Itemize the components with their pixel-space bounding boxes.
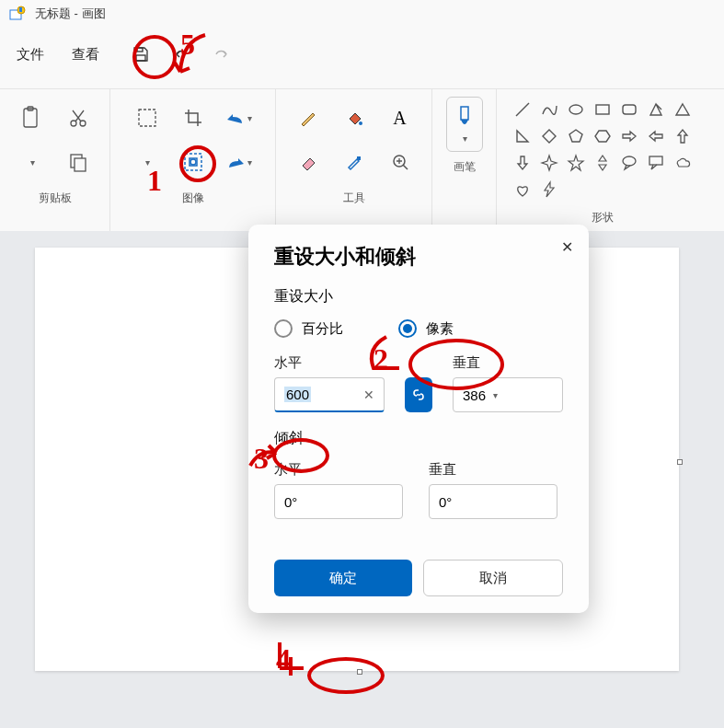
shape-arrow-left[interactable] xyxy=(643,123,669,149)
shape-diamond[interactable] xyxy=(536,123,562,149)
menu-file[interactable]: 文件 xyxy=(4,40,57,69)
svg-rect-3 xyxy=(137,48,143,52)
skew-h-value: 0° xyxy=(284,494,297,510)
copy-button[interactable] xyxy=(56,141,100,183)
select-dropdown[interactable]: ▾ xyxy=(125,141,169,183)
shape-callout-rect[interactable] xyxy=(643,150,669,176)
shape-roundrect[interactable] xyxy=(616,97,642,122)
svg-rect-2 xyxy=(19,7,22,12)
shape-line[interactable] xyxy=(510,97,535,122)
menu-view[interactable]: 查看 xyxy=(59,40,112,69)
pixels-label: 像素 xyxy=(426,320,454,338)
brushes-group-label: 画笔 xyxy=(454,159,476,175)
radio-percent[interactable]: 百分比 xyxy=(274,319,343,338)
picker-tool[interactable] xyxy=(332,141,376,183)
shapes-group-label: 形状 xyxy=(592,210,614,225)
vertical-input[interactable]: 386 ▾ xyxy=(453,377,563,412)
rotate-button[interactable]: ▾ xyxy=(217,97,261,139)
shape-pentagon[interactable] xyxy=(563,123,589,149)
radio-pixels[interactable]: 像素 xyxy=(398,319,454,338)
svg-rect-10 xyxy=(75,158,86,171)
shape-cloud[interactable] xyxy=(670,150,695,176)
tools-group-label: 工具 xyxy=(343,191,365,206)
redo-button[interactable] xyxy=(202,35,241,74)
shape-arrow-up[interactable] xyxy=(670,123,695,149)
skew-vertical-input[interactable]: 0° xyxy=(429,484,557,519)
radio-icon xyxy=(274,319,293,338)
app-icon xyxy=(9,6,26,22)
clear-icon[interactable]: ✕ xyxy=(363,387,374,402)
brush-button[interactable]: ▾ xyxy=(446,97,483,152)
crop-button[interactable] xyxy=(171,97,215,139)
chevron-down-icon[interactable]: ▾ xyxy=(493,390,498,400)
vertical-value: 386 xyxy=(463,387,486,403)
save-button[interactable] xyxy=(121,35,160,74)
shape-right-triangle[interactable] xyxy=(510,123,535,149)
ok-button[interactable]: 确定 xyxy=(274,560,412,596)
svg-rect-19 xyxy=(596,105,609,114)
radio-icon-checked xyxy=(398,319,417,338)
skew-vertical-label: 垂直 xyxy=(429,461,563,479)
resize-skew-dialog: ✕ 重设大小和倾斜 重设大小 百分比 像素 水平 600 ✕ xyxy=(248,225,589,613)
svg-rect-5 xyxy=(24,109,37,127)
vertical-label: 垂直 xyxy=(453,354,563,372)
shape-6star[interactable] xyxy=(590,150,615,176)
dialog-title: 重设大小和倾斜 xyxy=(274,243,563,271)
cut-button[interactable] xyxy=(56,97,100,139)
shape-5star[interactable] xyxy=(563,150,589,176)
shape-triangle[interactable] xyxy=(670,97,695,122)
eraser-tool[interactable] xyxy=(286,141,330,183)
horizontal-value: 600 xyxy=(284,387,311,402)
shape-rect[interactable] xyxy=(590,97,615,122)
shape-callout-round[interactable] xyxy=(616,150,642,176)
svg-rect-4 xyxy=(136,55,145,61)
svg-point-14 xyxy=(359,121,362,125)
svg-rect-12 xyxy=(185,154,201,170)
shape-heart[interactable] xyxy=(510,177,535,202)
text-tool[interactable]: A xyxy=(378,97,422,139)
shape-oval[interactable] xyxy=(563,97,589,122)
skew-horizontal-label: 水平 xyxy=(274,461,408,479)
paste-dropdown[interactable]: ▾ xyxy=(10,141,54,183)
shape-arrow-right[interactable] xyxy=(616,123,642,149)
svg-rect-20 xyxy=(623,105,636,114)
menu-bar: 文件 查看 xyxy=(0,28,724,88)
shape-arrow-down[interactable] xyxy=(510,150,535,176)
image-group-label: 图像 xyxy=(182,191,204,206)
svg-point-18 xyxy=(569,105,582,114)
svg-rect-15 xyxy=(357,156,361,160)
paste-button[interactable] xyxy=(10,97,54,139)
clipboard-group-label: 剪贴板 xyxy=(39,191,72,206)
svg-rect-17 xyxy=(461,107,468,120)
skew-section-label: 倾斜 xyxy=(274,429,563,448)
skew-horizontal-input[interactable]: 0° xyxy=(274,484,403,519)
fill-tool[interactable] xyxy=(332,97,376,139)
dialog-close-button[interactable]: ✕ xyxy=(552,232,581,261)
shapes-palette[interactable] xyxy=(510,97,695,202)
magnifier-tool[interactable] xyxy=(378,141,422,183)
shape-polygon[interactable] xyxy=(643,97,669,122)
resize-button[interactable] xyxy=(171,141,215,183)
svg-point-21 xyxy=(623,156,636,166)
shape-curve[interactable] xyxy=(536,97,562,122)
skew-v-value: 0° xyxy=(439,494,452,510)
chevron-down-icon: ▾ xyxy=(463,133,467,144)
horizontal-label: 水平 xyxy=(274,354,385,372)
percent-label: 百分比 xyxy=(302,320,343,338)
shape-lightning[interactable] xyxy=(536,177,562,202)
window-title: 无标题 - 画图 xyxy=(35,6,106,22)
svg-rect-11 xyxy=(139,110,155,126)
pencil-tool[interactable] xyxy=(286,97,330,139)
select-button[interactable] xyxy=(125,97,169,139)
shape-4star[interactable] xyxy=(536,150,562,176)
undo-button[interactable] xyxy=(162,35,201,74)
svg-rect-22 xyxy=(649,156,662,165)
resize-section-label: 重设大小 xyxy=(274,287,563,306)
shape-hexagon[interactable] xyxy=(590,123,615,149)
flip-button[interactable]: ▾ xyxy=(217,141,261,183)
horizontal-input[interactable]: 600 ✕ xyxy=(274,377,385,412)
cancel-button[interactable]: 取消 xyxy=(423,560,563,596)
title-bar: 无标题 - 画图 xyxy=(0,0,724,28)
ribbon: ▾ 剪贴板 ▾ ▾ ▾ 图像 xyxy=(0,88,724,231)
maintain-aspect-button[interactable] xyxy=(405,377,432,412)
